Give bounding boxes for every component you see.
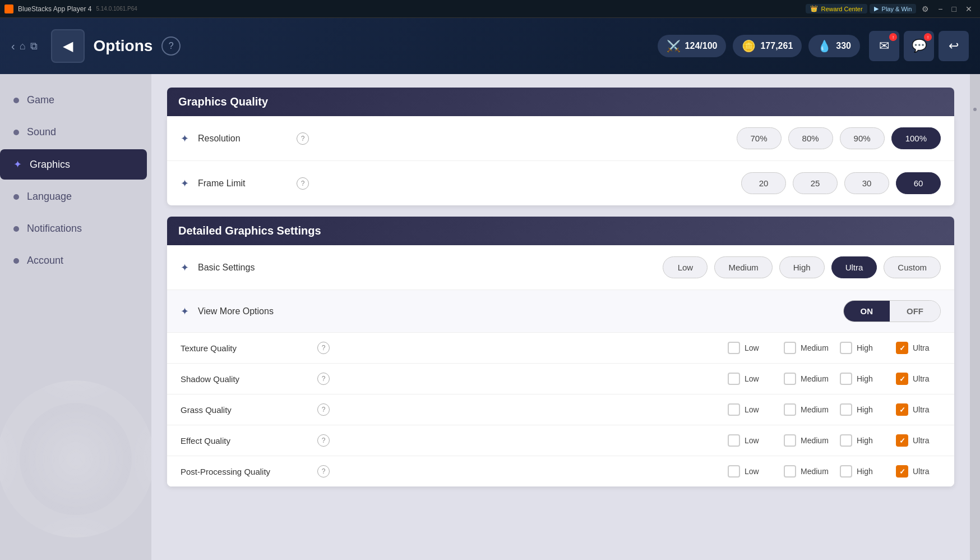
- pp-medium-radio[interactable]: [784, 465, 796, 478]
- grass-ultra-radio[interactable]: [896, 403, 908, 416]
- basic-low-btn[interactable]: Low: [663, 256, 708, 278]
- resolution-100-btn[interactable]: 100%: [891, 127, 941, 149]
- texture-low-option[interactable]: Low: [728, 342, 773, 354]
- shadow-medium-option[interactable]: Medium: [784, 373, 829, 385]
- grass-quality-help-btn[interactable]: ?: [317, 403, 330, 416]
- game-dot-icon: [13, 98, 19, 103]
- resolution-80-btn[interactable]: 80%: [788, 127, 833, 149]
- settings-btn[interactable]: ⚙: [918, 3, 932, 15]
- toggle-off-btn[interactable]: OFF: [890, 301, 940, 322]
- water-stat[interactable]: 💧 330: [808, 35, 860, 57]
- resolution-help-btn[interactable]: ?: [297, 132, 309, 145]
- reward-center-btn[interactable]: 👑 Reward Center: [806, 4, 867, 13]
- effect-quality-label: Effect Quality: [181, 436, 315, 446]
- grass-high-option[interactable]: High: [840, 403, 885, 416]
- texture-quality-help-btn[interactable]: ?: [317, 342, 330, 354]
- texture-high-radio[interactable]: [840, 342, 852, 354]
- resolution-options: 70% 80% 90% 100%: [737, 127, 941, 149]
- resolution-90-btn[interactable]: 90%: [840, 127, 885, 149]
- texture-medium-radio[interactable]: [784, 342, 796, 354]
- effect-medium-label: Medium: [801, 436, 829, 445]
- frame-20-btn[interactable]: 20: [741, 172, 786, 194]
- shadow-ultra-option[interactable]: Ultra: [896, 373, 941, 385]
- nav-home-btn[interactable]: ⌂: [20, 40, 26, 52]
- grass-medium-radio[interactable]: [784, 403, 796, 416]
- effect-low-radio[interactable]: [728, 434, 740, 447]
- play-win-btn[interactable]: ▶ Play & Win: [870, 4, 917, 13]
- shadow-high-option[interactable]: High: [840, 373, 885, 385]
- maximize-btn[interactable]: □: [949, 3, 960, 15]
- texture-high-option[interactable]: High: [840, 342, 885, 354]
- nav-back-btn[interactable]: ‹: [11, 40, 15, 53]
- return-button[interactable]: ↩: [939, 31, 969, 61]
- grass-medium-option[interactable]: Medium: [784, 403, 829, 416]
- grass-ultra-option[interactable]: Ultra: [896, 403, 941, 416]
- effect-ultra-option[interactable]: Ultra: [896, 434, 941, 447]
- shadow-quality-help-btn[interactable]: ?: [317, 373, 330, 385]
- sidebar-account-label: Account: [27, 255, 63, 267]
- shadow-high-radio[interactable]: [840, 373, 852, 385]
- pp-ultra-option[interactable]: Ultra: [896, 465, 941, 478]
- effect-medium-option[interactable]: Medium: [784, 434, 829, 447]
- texture-low-radio[interactable]: [728, 342, 740, 354]
- close-btn[interactable]: ✕: [962, 3, 976, 15]
- frame-25-btn[interactable]: 25: [793, 172, 838, 194]
- pp-high-radio[interactable]: [840, 465, 852, 478]
- sidebar-item-language[interactable]: Language: [0, 182, 147, 212]
- detailed-settings-section: Detailed Graphics Settings ✦ Basic Setti…: [167, 217, 954, 486]
- effect-ultra-radio[interactable]: [896, 434, 908, 447]
- sidebar-item-sound[interactable]: Sound: [0, 117, 147, 147]
- coins-icon: 🪙: [742, 39, 756, 53]
- sidebar-item-account[interactable]: Account: [0, 246, 147, 276]
- coins-stat[interactable]: 🪙 177,261: [733, 35, 802, 57]
- help-button[interactable]: ?: [161, 36, 181, 56]
- nav-tabs-btn[interactable]: ⧉: [30, 40, 38, 52]
- texture-ultra-radio[interactable]: [896, 342, 908, 354]
- basic-custom-btn[interactable]: Custom: [884, 256, 941, 278]
- pp-low-radio[interactable]: [728, 465, 740, 478]
- right-scrollbar[interactable]: [970, 74, 980, 560]
- pp-low-option[interactable]: Low: [728, 465, 773, 478]
- view-more-toggle: ON OFF: [843, 300, 941, 322]
- effect-quality-help-btn[interactable]: ?: [317, 434, 330, 447]
- shadow-low-option[interactable]: Low: [728, 373, 773, 385]
- frame-30-btn[interactable]: 30: [844, 172, 889, 194]
- basic-settings-row: ✦ Basic Settings Low Medium High Ultra C…: [167, 245, 954, 290]
- shadow-ultra-radio[interactable]: [896, 373, 908, 385]
- basic-high-btn[interactable]: High: [779, 256, 825, 278]
- crown-icon: 👑: [810, 5, 818, 12]
- pp-medium-option[interactable]: Medium: [784, 465, 829, 478]
- sidebar-item-notifications[interactable]: Notifications: [0, 214, 147, 244]
- toggle-on-btn[interactable]: ON: [844, 301, 890, 322]
- battle-stat[interactable]: ⚔️ 124/100: [658, 35, 727, 57]
- resolution-70-btn[interactable]: 70%: [737, 127, 782, 149]
- chat-button[interactable]: 💬 !: [904, 31, 934, 61]
- frame-limit-help-btn[interactable]: ?: [297, 177, 309, 190]
- basic-medium-btn[interactable]: Medium: [714, 256, 772, 278]
- effect-low-option[interactable]: Low: [728, 434, 773, 447]
- pp-ultra-radio[interactable]: [896, 465, 908, 478]
- sidebar-item-graphics[interactable]: ✦ Graphics: [0, 149, 147, 180]
- grass-low-option[interactable]: Low: [728, 403, 773, 416]
- back-button[interactable]: ◀: [51, 29, 85, 63]
- texture-medium-option[interactable]: Medium: [784, 342, 829, 354]
- graphics-quality-title: Graphics Quality: [178, 95, 943, 108]
- mail-button[interactable]: ✉ !: [869, 31, 899, 61]
- shadow-low-radio[interactable]: [728, 373, 740, 385]
- shadow-medium-radio[interactable]: [784, 373, 796, 385]
- shadow-medium-label: Medium: [801, 374, 829, 383]
- effect-high-option[interactable]: High: [840, 434, 885, 447]
- grass-high-radio[interactable]: [840, 403, 852, 416]
- grass-low-radio[interactable]: [728, 403, 740, 416]
- texture-ultra-option[interactable]: Ultra: [896, 342, 941, 354]
- basic-ultra-btn[interactable]: Ultra: [831, 256, 877, 278]
- post-processing-quality-help-btn[interactable]: ?: [317, 465, 330, 478]
- effect-medium-radio[interactable]: [784, 434, 796, 447]
- minimize-btn[interactable]: −: [935, 3, 946, 15]
- effect-high-radio[interactable]: [840, 434, 852, 447]
- sidebar-item-game[interactable]: Game: [0, 85, 147, 115]
- back-arrow-icon: ◀: [63, 38, 73, 54]
- frame-60-btn[interactable]: 60: [896, 172, 941, 194]
- main-window: ‹ ⌂ ⧉ ◀ Options ? ⚔️ 124/100 🪙 177,261 💧…: [0, 18, 980, 560]
- pp-high-option[interactable]: High: [840, 465, 885, 478]
